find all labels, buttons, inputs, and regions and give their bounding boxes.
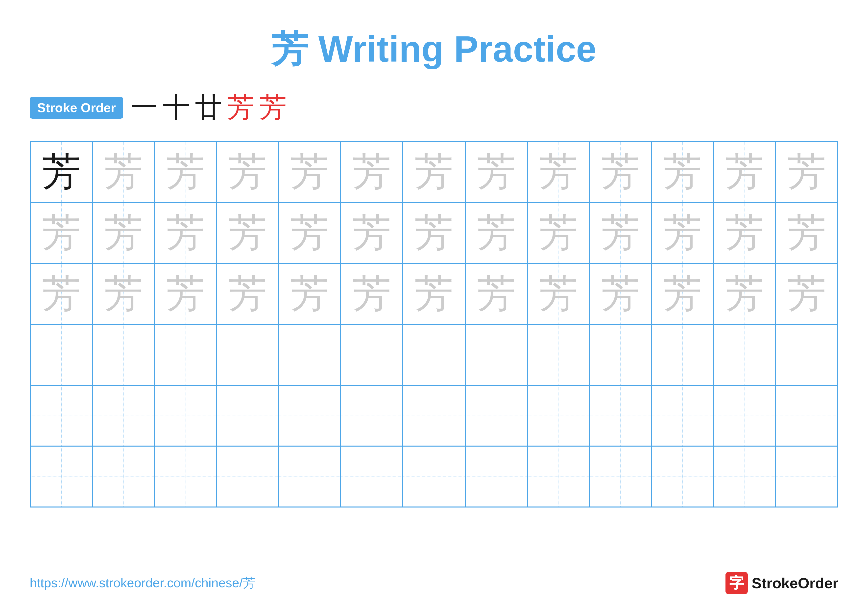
grid-cell[interactable]: 芳 [527, 141, 589, 202]
stroke-char-3: 廿 [195, 89, 222, 126]
grid-cell[interactable]: 芳 [589, 141, 651, 202]
stroke-order-badge: Stroke Order [30, 97, 123, 119]
grid-cell[interactable]: 芳 [465, 141, 527, 202]
grid-cell[interactable]: 芳 [714, 202, 776, 263]
grid-cell[interactable] [92, 385, 154, 446]
grid-cell[interactable] [403, 385, 465, 446]
grid-cell[interactable]: 芳 [92, 141, 154, 202]
grid-cell[interactable] [154, 324, 217, 385]
grid-cell[interactable] [776, 324, 838, 385]
grid-cell[interactable]: 芳 [403, 141, 465, 202]
grid-cell[interactable]: 芳 [714, 263, 776, 324]
grid-cell[interactable] [527, 385, 589, 446]
footer-logo-text: StrokeOrder [752, 575, 838, 592]
grid-cell[interactable]: 芳 [776, 202, 838, 263]
grid-cell[interactable] [217, 324, 279, 385]
grid-cell[interactable] [341, 385, 403, 446]
grid-cell[interactable]: 芳 [651, 141, 714, 202]
grid-cell[interactable]: 芳 [217, 202, 279, 263]
grid-cell[interactable] [465, 385, 527, 446]
grid-cell[interactable] [92, 324, 154, 385]
grid-cell[interactable]: 芳 [589, 263, 651, 324]
page: 芳 Writing Practice Stroke Order 一 十 廿 芳 … [0, 0, 868, 614]
grid-cell[interactable] [589, 324, 651, 385]
grid-cell[interactable] [92, 446, 154, 507]
grid-cell[interactable] [403, 446, 465, 507]
grid-cell[interactable] [154, 446, 217, 507]
grid-cell[interactable] [279, 385, 341, 446]
title-section: 芳 Writing Practice [30, 25, 838, 74]
grid-cell[interactable] [651, 446, 714, 507]
grid-cell[interactable]: 芳 [341, 263, 403, 324]
grid-cell[interactable] [341, 446, 403, 507]
grid-cell[interactable]: 芳 [279, 263, 341, 324]
grid-cell[interactable] [403, 324, 465, 385]
grid-cell[interactable]: 芳 [465, 202, 527, 263]
grid-cell[interactable]: 芳 [30, 141, 92, 202]
grid-cell[interactable] [465, 446, 527, 507]
grid-cell[interactable]: 芳 [30, 263, 92, 324]
stroke-char-2: 十 [163, 89, 190, 126]
logo-char: 字 [729, 573, 744, 593]
grid-cell[interactable]: 芳 [527, 202, 589, 263]
practice-grid: 芳 芳 芳 芳 芳 芳 芳 芳 芳 芳 芳 芳 芳 芳 芳 芳 芳 芳 芳 芳 … [30, 141, 838, 507]
grid-cell[interactable]: 芳 [154, 141, 217, 202]
grid-cell[interactable]: 芳 [92, 202, 154, 263]
grid-cell[interactable] [714, 446, 776, 507]
grid-cell[interactable] [341, 324, 403, 385]
grid-cell[interactable] [714, 324, 776, 385]
grid-cell[interactable] [776, 385, 838, 446]
grid-cell[interactable]: 芳 [403, 202, 465, 263]
stroke-char-5: 芳 [259, 89, 287, 126]
grid-cell[interactable]: 芳 [154, 202, 217, 263]
grid-cell[interactable]: 芳 [217, 263, 279, 324]
grid-cell[interactable] [589, 385, 651, 446]
grid-cell[interactable] [30, 324, 92, 385]
grid-cell[interactable] [527, 446, 589, 507]
stroke-order-section: Stroke Order 一 十 廿 芳 芳 [30, 89, 838, 126]
grid-cell[interactable]: 芳 [279, 202, 341, 263]
grid-cell[interactable]: 芳 [341, 141, 403, 202]
grid-cell[interactable]: 芳 [589, 202, 651, 263]
grid-cell[interactable]: 芳 [465, 263, 527, 324]
grid-cell[interactable]: 芳 [154, 263, 217, 324]
grid-cell[interactable]: 芳 [92, 263, 154, 324]
stroke-chars: 一 十 廿 芳 芳 [131, 89, 287, 126]
grid-cell[interactable] [651, 385, 714, 446]
grid-cell[interactable] [714, 385, 776, 446]
footer-logo: 字 StrokeOrder [725, 572, 838, 594]
grid-cell[interactable] [279, 324, 341, 385]
grid-cell[interactable]: 芳 [776, 263, 838, 324]
grid-cell[interactable] [154, 385, 217, 446]
grid-cell[interactable] [776, 446, 838, 507]
grid-cell[interactable] [30, 385, 92, 446]
grid-cell[interactable]: 芳 [651, 263, 714, 324]
grid-cell[interactable] [217, 446, 279, 507]
stroke-char-4: 芳 [227, 89, 254, 126]
footer-url[interactable]: https://www.strokeorder.com/chinese/芳 [30, 574, 256, 592]
grid-cell[interactable] [527, 324, 589, 385]
grid-cell[interactable] [30, 446, 92, 507]
grid-cell[interactable]: 芳 [527, 263, 589, 324]
grid-cell[interactable] [279, 446, 341, 507]
grid-cell[interactable]: 芳 [403, 263, 465, 324]
grid-cell[interactable] [651, 324, 714, 385]
grid-cell[interactable]: 芳 [714, 141, 776, 202]
grid-cell[interactable]: 芳 [30, 202, 92, 263]
footer-logo-icon: 字 [725, 572, 748, 594]
grid-cell[interactable]: 芳 [776, 141, 838, 202]
grid-cell[interactable] [465, 324, 527, 385]
grid-cell[interactable] [217, 385, 279, 446]
page-title: 芳 Writing Practice [271, 28, 596, 69]
grid-cell[interactable]: 芳 [651, 202, 714, 263]
grid-cell[interactable]: 芳 [341, 202, 403, 263]
grid-cell[interactable] [589, 446, 651, 507]
grid-cell[interactable]: 芳 [279, 141, 341, 202]
footer: https://www.strokeorder.com/chinese/芳 字 … [30, 572, 838, 594]
stroke-char-1: 一 [131, 89, 158, 126]
grid-cell[interactable]: 芳 [217, 141, 279, 202]
